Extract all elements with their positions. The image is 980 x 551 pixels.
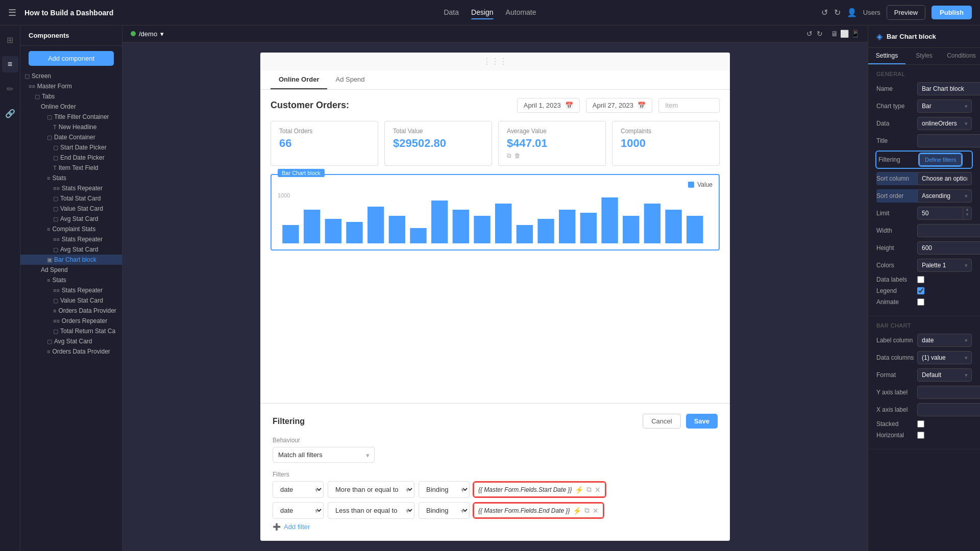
tree-item-bar-chart[interactable]: ▣ Bar Chart block: [20, 255, 122, 265]
start-date-input[interactable]: April 1, 2023 📅: [517, 98, 580, 113]
tablet-view-icon[interactable]: ⬜: [840, 30, 849, 38]
name-input[interactable]: [917, 82, 980, 95]
sidebar-icon-grid[interactable]: ⊞: [2, 32, 18, 48]
tree-item-value-stat-card[interactable]: ▢ Value Stat Card: [20, 204, 122, 214]
tree-item-stats-repeater2[interactable]: ≡≡ Stats Repeater: [20, 285, 122, 295]
filter1-copy-icon[interactable]: ⧉: [586, 485, 592, 494]
users-label[interactable]: Users: [863, 9, 880, 16]
add-component-button[interactable]: Add component: [29, 51, 114, 66]
tab-settings[interactable]: Settings: [868, 48, 905, 64]
tree-item-title-filter[interactable]: ▢ Title Filter Container: [20, 112, 122, 122]
filter1-binding-icon[interactable]: ⚡: [575, 486, 583, 494]
tree-item-orders-data-provider[interactable]: ≡ Orders Data Provider: [20, 306, 122, 316]
tree-item-orders-repeater[interactable]: ≡≡ Orders Repeater: [20, 316, 122, 326]
cancel-button[interactable]: Cancel: [643, 414, 680, 429]
behaviour-select[interactable]: Match all filters: [273, 447, 375, 463]
tree-item-tabs[interactable]: ▢ Tabs: [20, 91, 122, 102]
customer-orders-title: Customer Orders:: [271, 100, 349, 111]
sort-column-select[interactable]: Choose an option: [917, 172, 972, 185]
publish-button[interactable]: Publish: [932, 6, 972, 19]
desktop-view-icon[interactable]: 🖥: [831, 30, 838, 38]
user-icon[interactable]: 👤: [847, 8, 857, 17]
filter1-type-select[interactable]: Binding: [419, 481, 470, 498]
tree-item-total-return[interactable]: ▢ Total Return Stat Ca: [20, 326, 122, 336]
data-columns-select[interactable]: (1) value: [917, 351, 972, 364]
limit-down-icon[interactable]: ▼: [963, 212, 971, 217]
sidebar-icon-edit[interactable]: ✏: [2, 81, 18, 97]
tree-item-end-date[interactable]: ▢ End Date Picker: [20, 153, 122, 163]
redo-icon[interactable]: ↻: [834, 8, 841, 17]
stacked-checkbox[interactable]: [917, 420, 924, 428]
limit-input[interactable]: [918, 207, 963, 219]
label-column-select[interactable]: date: [917, 334, 972, 347]
stat-card-complaints: Complaints 1000: [612, 121, 720, 166]
filter2-field-select[interactable]: date: [273, 502, 324, 519]
delete-icon[interactable]: 🗑: [514, 152, 521, 159]
tree-item-start-date[interactable]: ▢ Start Date Picker: [20, 142, 122, 153]
animate-checkbox[interactable]: [917, 298, 924, 306]
tree-item-value-stat2[interactable]: ▢ Value Stat Card: [20, 295, 122, 306]
legend-checkbox[interactable]: [917, 287, 924, 294]
end-date-input[interactable]: April 27, 2023 📅: [586, 98, 652, 113]
sort-order-select[interactable]: Ascending: [917, 189, 972, 203]
horizontal-checkbox[interactable]: [917, 432, 924, 439]
filter2-operator-select[interactable]: Less than or equal to: [328, 502, 414, 519]
filter2-delete-icon[interactable]: ✕: [593, 507, 599, 515]
tree-item-orders-dp2[interactable]: ≡ Orders Data Provider: [20, 346, 122, 357]
tree-item-avg-stat2[interactable]: ▢ Avg Stat Card: [20, 336, 122, 346]
hamburger-icon[interactable]: ☰: [8, 7, 16, 18]
add-filter-button[interactable]: ➕ Add filter: [273, 523, 310, 531]
sidebar-icon-link[interactable]: 🔗: [2, 105, 18, 121]
sidebar-icon-list[interactable]: ≡: [2, 56, 18, 72]
filter2-binding-icon[interactable]: ⚡: [573, 507, 581, 515]
define-filters-button[interactable]: Define filters: [919, 154, 962, 166]
item-text-input[interactable]: Item: [658, 98, 720, 113]
height-input[interactable]: [917, 241, 980, 255]
filter2-type-select[interactable]: Binding: [419, 502, 470, 519]
tree-item-online-order[interactable]: Online Order: [20, 102, 122, 112]
filter1-delete-icon[interactable]: ✕: [595, 486, 601, 494]
tree-item-complaint-repeater[interactable]: ≡≡ Stats Repeater: [20, 234, 122, 244]
tree-item-ad-spend[interactable]: Ad Spend: [20, 265, 122, 275]
tree-item-complaint-avg[interactable]: ▢ Avg Stat Card: [20, 244, 122, 255]
tab-online-order[interactable]: Online Order: [271, 70, 327, 89]
filter2-copy-icon[interactable]: ⧉: [584, 506, 590, 515]
chart-type-select[interactable]: Bar: [917, 99, 972, 113]
undo-icon[interactable]: ↺: [821, 8, 828, 17]
tab-ad-spend[interactable]: Ad Spend: [327, 70, 373, 89]
tree-item-new-headline[interactable]: T New Headline: [20, 122, 122, 132]
nav-data[interactable]: Data: [444, 6, 459, 19]
preview-button[interactable]: Preview: [887, 5, 925, 20]
tree-item-stats2[interactable]: ≡ Stats: [20, 275, 122, 285]
filter1-operator-select[interactable]: More than or equal to: [328, 481, 414, 498]
data-select[interactable]: onlineOrders: [917, 117, 972, 130]
undo-canvas-icon[interactable]: ↺: [806, 30, 813, 38]
tree-item-total-stat-card[interactable]: ▢ Total Stat Card: [20, 193, 122, 204]
save-button[interactable]: Save: [686, 414, 718, 429]
tree-item-master-form[interactable]: ≡≡ Master Form: [20, 81, 122, 91]
y-axis-label-input[interactable]: [917, 386, 980, 399]
duplicate-icon[interactable]: ⧉: [507, 152, 511, 159]
tree-item-stats-repeater[interactable]: ≡≡ Stats Repeater: [20, 183, 122, 193]
demo-env-selector[interactable]: /demo ▾: [131, 30, 164, 38]
tab-styles[interactable]: Styles: [905, 48, 943, 64]
colors-select[interactable]: Palette 1: [917, 259, 972, 272]
title-input[interactable]: [917, 134, 980, 147]
format-select[interactable]: Default: [917, 368, 972, 382]
data-labels-checkbox[interactable]: [917, 276, 924, 283]
tree-item-date-container[interactable]: ▢ Date Container: [20, 132, 122, 142]
redo-canvas-icon[interactable]: ↻: [817, 30, 823, 38]
nav-automate[interactable]: Automate: [506, 6, 536, 19]
limit-up-icon[interactable]: ▲: [963, 207, 971, 212]
tree-item-screen[interactable]: ▢ Screen: [20, 71, 122, 81]
tree-item-stats[interactable]: ≡ Stats: [20, 173, 122, 183]
tree-item-complaint-stats[interactable]: ≡ Complaint Stats: [20, 224, 122, 234]
tree-item-avg-stat-card[interactable]: ▢ Avg Stat Card: [20, 214, 122, 224]
width-input[interactable]: [917, 224, 980, 237]
tree-item-item-text[interactable]: T Item Text Field: [20, 163, 122, 173]
filter1-field-select[interactable]: date: [273, 481, 324, 498]
x-axis-label-input[interactable]: [917, 403, 980, 416]
nav-design[interactable]: Design: [471, 6, 494, 19]
tab-conditions[interactable]: Conditions: [943, 48, 980, 64]
mobile-view-icon[interactable]: 📱: [851, 30, 860, 38]
